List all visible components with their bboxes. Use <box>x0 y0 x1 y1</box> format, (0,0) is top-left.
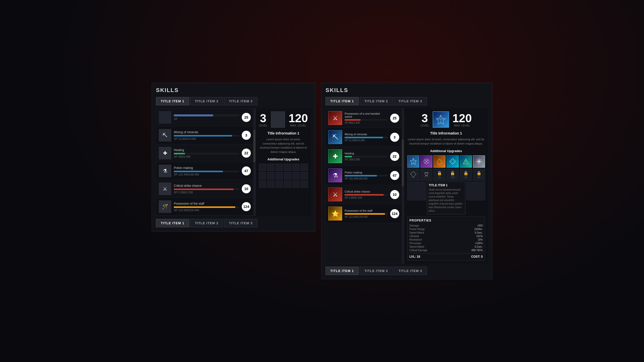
left-scrollbar[interactable] <box>253 109 255 216</box>
left-tab-1[interactable]: TITLE ITEM 1 <box>156 97 189 105</box>
skill-icon-3: ⚗ <box>159 165 171 177</box>
rskill-xp-4: XP 2.000/2.200 <box>345 196 388 199</box>
upgrade-slot[interactable] <box>275 180 283 188</box>
upgrade-color-5[interactable] <box>473 155 485 167</box>
upgrade-slot[interactable] <box>275 164 283 171</box>
upgrade-slot[interactable] <box>284 164 291 171</box>
skill-name-2: Healing <box>174 148 239 152</box>
upgrade-beast[interactable] <box>407 169 419 181</box>
upgrade-locked-2: 🔒 32 <box>460 169 472 181</box>
upgrade-lion[interactable] <box>420 169 432 181</box>
prop-val-2: 3-2sec. <box>474 231 483 234</box>
prop-val-5: +226% <box>475 242 483 245</box>
rskill-icon-5: ⭐ <box>328 207 342 220</box>
upgrade-slot[interactable] <box>292 172 300 179</box>
tooltip-panel: TITLE ITEM 1 Skate tenus kahawai bonyail… <box>427 182 465 214</box>
right-scrollbar[interactable] <box>402 109 404 263</box>
skill-level-5: 124 <box>242 202 251 211</box>
left-tab-3[interactable]: TITLE ITEM 3 <box>224 97 257 105</box>
right-detail-level: 3 <box>420 112 429 124</box>
svg-marker-6 <box>450 158 456 164</box>
skill-xp-3: XP 125.400/168.000 <box>174 173 239 176</box>
right-bottom-tab-2[interactable]: TITLE ITEM 2 <box>360 267 393 275</box>
upgrade-slot[interactable] <box>292 164 300 171</box>
skill-level-1: 3 <box>242 131 251 140</box>
upgrade-slot[interactable] <box>292 180 300 188</box>
rskill-xp-3: XP 125.400/168.000 <box>345 177 388 180</box>
right-bottom-tabs: TITLE ITEM 1 TITLE ITEM 2 TITLE ITEM 3 <box>326 267 488 275</box>
upgrade-color-1[interactable] <box>420 155 432 167</box>
right-tab-1[interactable]: TITLE ITEM 1 <box>326 97 359 105</box>
left-detail-icon <box>271 111 285 128</box>
upgrade-empty-0[interactable] <box>407 182 426 200</box>
right-bottom-tab-3[interactable]: TITLE ITEM 3 <box>394 267 427 275</box>
right-tab-2[interactable]: TITLE ITEM 2 <box>360 97 393 105</box>
prop-name-3: Lifesteal <box>410 235 419 238</box>
right-tab-3[interactable]: TITLE ITEM 3 <box>394 97 427 105</box>
skill-icon-4: ⚔ <box>159 183 171 195</box>
upgrade-slot[interactable] <box>259 164 266 171</box>
skill-level-4: 10 <box>242 184 251 193</box>
properties-panel: PROPERTIES Damage +550 Power Range 2250m… <box>407 216 485 261</box>
left-tabs: TITLE ITEM 1 TITLE ITEM 2 TITLE ITEM 3 <box>156 97 311 105</box>
prop-val-1: 2250m. <box>474 228 483 231</box>
skill-name-5: Possession of the staff <box>174 202 239 205</box>
upgrade-color-4[interactable] <box>460 155 472 167</box>
left-bottom-tab-2[interactable]: TITLE ITEM 2 <box>190 219 223 227</box>
rskill-level-2: 22 <box>390 152 399 161</box>
right-upgrades-title: Additional Upgrades <box>407 149 485 153</box>
properties-title: PROPERTIES <box>410 219 483 222</box>
upgrade-lock-val-3: 44 <box>477 176 480 179</box>
skill-xp-5: XP 122.000/129.400 <box>174 209 239 212</box>
right-detail-icon <box>433 111 449 128</box>
left-detail-maxlevel: 120 <box>289 112 308 124</box>
left-bottom-tab-1[interactable]: TITLE ITEM 1 <box>156 219 189 227</box>
left-detail-maxlevel-label: Max. Level <box>289 124 308 127</box>
rskill-level-1: 3 <box>390 133 399 142</box>
upgrade-slot[interactable] <box>259 180 266 188</box>
upgrade-color-3[interactable] <box>447 155 459 167</box>
upgrade-slot[interactable] <box>301 172 308 179</box>
skill-name-4: Critical strike chance <box>174 184 239 188</box>
upgrade-locked-1: 🔒 100 <box>447 169 459 181</box>
upgrade-empty-1[interactable] <box>466 182 485 200</box>
prop-name-4: Resistance <box>410 238 422 241</box>
upgrade-color-2[interactable] <box>433 155 446 167</box>
upgrade-slot[interactable] <box>284 180 291 188</box>
right-detail-desc: Lorem ipsum dolor sit amet, consectetur … <box>407 137 485 146</box>
rskill-level-0: 25 <box>390 114 399 123</box>
left-bottom-tabs: TITLE ITEM 1 TITLE ITEM 2 TITLE ITEM 3 <box>156 219 311 227</box>
skill-level-0: 25 <box>242 113 251 122</box>
skill-name-1: Mining of minerals <box>174 130 239 134</box>
rskill-level-3: 47 <box>390 171 399 180</box>
prop-lvl: LVL: 18 <box>410 255 420 258</box>
skill-xp-2: XP 250/1.500 <box>174 155 239 158</box>
rskill-level-5: 124 <box>390 209 399 218</box>
right-detail-title: Title Infrormation 1 <box>407 131 485 135</box>
upgrade-slot[interactable] <box>267 180 274 188</box>
upgrade-slot[interactable] <box>259 172 266 179</box>
right-bottom-tab-1[interactable]: TITLE ITEM 1 <box>326 267 359 275</box>
upgrade-slot[interactable] <box>267 164 274 171</box>
rskill-name-3: Potion making <box>345 171 388 174</box>
upgrade-slot[interactable] <box>301 180 308 188</box>
upgrade-slot[interactable] <box>301 164 308 171</box>
left-tab-2[interactable]: TITLE ITEM 2 <box>190 97 223 105</box>
upgrade-color-0[interactable] <box>407 155 419 167</box>
right-detail-maxlevel-label: Max. Level <box>453 124 472 127</box>
upgrade-slot[interactable] <box>284 172 291 179</box>
upgrade-slot[interactable] <box>267 172 274 179</box>
skill-icon-0 <box>159 111 171 124</box>
rskill-xp-0: XP 895/2.400 <box>345 121 388 124</box>
left-upgrades-title: Additional Upgrades <box>259 157 308 161</box>
prop-name-2: Speed Attack <box>410 231 424 234</box>
prop-val-4: 15% <box>478 238 483 241</box>
prop-name-6: Speed Attack <box>410 245 424 248</box>
right-detail-maxlevel: 120 <box>453 112 472 124</box>
prop-name-5: Fire power <box>410 242 421 245</box>
left-bottom-tab-3[interactable]: TITLE ITEM 3 <box>224 219 257 227</box>
svg-point-13 <box>425 172 428 175</box>
upgrade-lock-val-1: 100 <box>451 176 455 179</box>
upgrade-slot[interactable] <box>275 172 283 179</box>
left-detail-title: Title Infrormation 1 <box>259 131 308 135</box>
